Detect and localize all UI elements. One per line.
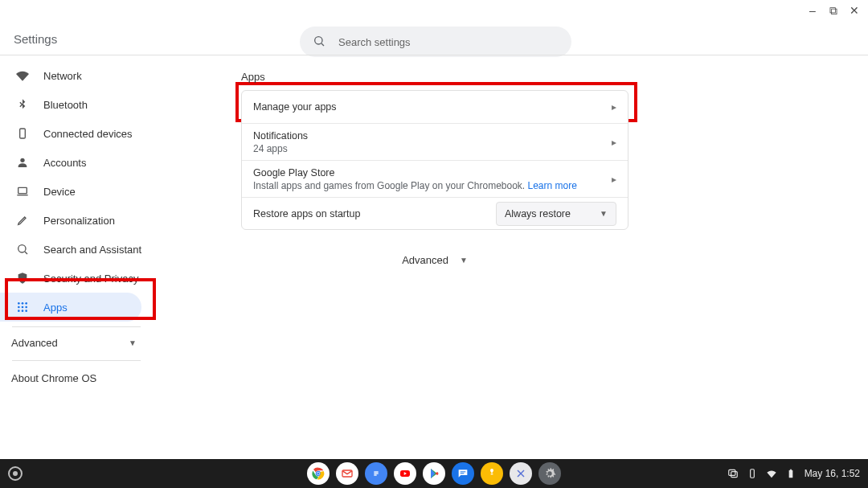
chevron-right-icon: ▸ bbox=[612, 137, 616, 148]
row-title: Manage your apps bbox=[253, 101, 337, 113]
sidebar-item-apps[interactable]: Apps bbox=[0, 293, 141, 322]
wifi-icon bbox=[16, 69, 29, 82]
search-icon bbox=[313, 35, 326, 50]
apps-settings-card: Manage your apps ▸ Notifications 24 apps… bbox=[241, 90, 628, 230]
svg-rect-28 bbox=[461, 473, 465, 474]
app-gmail-icon[interactable] bbox=[336, 462, 358, 485]
sidebar-divider bbox=[12, 326, 141, 327]
svg-rect-25 bbox=[374, 474, 376, 475]
shield-icon bbox=[16, 272, 29, 285]
row-google-play-store[interactable]: Google Play Store Install apps and games… bbox=[242, 160, 628, 197]
restore-apps-dropdown[interactable]: Always restore ▼ bbox=[496, 202, 616, 226]
minimize-button[interactable]: – bbox=[807, 5, 818, 16]
sidebar-item-label: Personalization bbox=[43, 215, 115, 227]
app-messages-icon[interactable] bbox=[452, 462, 474, 485]
search-input[interactable] bbox=[338, 36, 547, 48]
sidebar-item-personalization[interactable]: Personalization bbox=[0, 206, 153, 235]
sidebar-item-device[interactable]: Device bbox=[0, 177, 153, 206]
header-divider bbox=[0, 55, 868, 55]
app-keep-icon[interactable] bbox=[481, 462, 503, 485]
svg-point-8 bbox=[18, 302, 20, 305]
svg-point-14 bbox=[18, 310, 20, 312]
sidebar-item-label: Bluetooth bbox=[43, 99, 88, 111]
svg-point-12 bbox=[22, 306, 24, 309]
svg-point-10 bbox=[25, 302, 27, 305]
app-youtube-icon[interactable] bbox=[394, 462, 416, 485]
page-title: Settings bbox=[14, 32, 57, 46]
sidebar-item-connected-devices[interactable]: Connected devices bbox=[0, 119, 153, 148]
row-title: Google Play Store bbox=[253, 167, 577, 178]
svg-point-0 bbox=[315, 36, 322, 43]
row-subtitle: 24 apps bbox=[253, 143, 308, 154]
row-notifications[interactable]: Notifications 24 apps ▸ bbox=[242, 123, 628, 160]
chevron-right-icon: ▸ bbox=[612, 174, 616, 185]
row-title: Notifications bbox=[253, 130, 308, 141]
app-settings-icon[interactable] bbox=[538, 462, 561, 485]
sidebar-item-network[interactable]: Network bbox=[0, 61, 153, 90]
app-chrome-icon[interactable] bbox=[307, 462, 330, 485]
sidebar-item-label: Search and Assistant bbox=[43, 244, 141, 256]
svg-point-16 bbox=[25, 310, 27, 312]
search-input-wrap[interactable] bbox=[300, 27, 571, 57]
svg-rect-2 bbox=[20, 129, 26, 138]
svg-rect-34 bbox=[750, 470, 754, 478]
apps-grid-icon bbox=[16, 301, 29, 314]
wifi-tray-icon[interactable] bbox=[766, 468, 777, 479]
row-title: Restore apps on startup bbox=[253, 208, 360, 219]
svg-rect-27 bbox=[461, 471, 466, 472]
laptop-icon bbox=[16, 185, 29, 198]
sidebar-item-about[interactable]: About Chrome OS bbox=[0, 364, 153, 391]
chevron-down-icon: ▼ bbox=[600, 209, 608, 218]
svg-rect-23 bbox=[374, 471, 378, 472]
close-button[interactable]: ✕ bbox=[849, 5, 860, 16]
svg-point-11 bbox=[18, 306, 20, 309]
sidebar-item-security-privacy[interactable]: Security and Privacy bbox=[0, 264, 153, 293]
chevron-right-icon: ▸ bbox=[612, 101, 616, 113]
sidebar-item-bluetooth[interactable]: Bluetooth bbox=[0, 90, 153, 119]
sidebar-advanced-toggle[interactable]: Advanced ▼ bbox=[0, 330, 153, 355]
shelf: May 16, 1:52 bbox=[0, 459, 868, 488]
chevron-down-icon: ▼ bbox=[129, 338, 137, 347]
svg-point-3 bbox=[20, 158, 24, 162]
svg-rect-36 bbox=[789, 470, 791, 470]
maximize-button[interactable]: ⧉ bbox=[828, 5, 839, 16]
system-tray[interactable]: May 16, 1:52 bbox=[727, 468, 860, 479]
svg-point-15 bbox=[22, 310, 24, 312]
edit-icon bbox=[16, 214, 29, 227]
row-manage-your-apps[interactable]: Manage your apps ▸ bbox=[242, 91, 628, 123]
svg-rect-33 bbox=[731, 472, 737, 478]
sidebar-divider bbox=[12, 360, 141, 361]
svg-line-1 bbox=[321, 43, 324, 46]
sidebar-item-label: Security and Privacy bbox=[43, 273, 139, 285]
advanced-toggle-label: Advanced bbox=[402, 254, 448, 266]
sidebar-item-accounts[interactable]: Accounts bbox=[0, 148, 153, 177]
advanced-toggle[interactable]: Advanced ▼ bbox=[241, 254, 628, 266]
sidebar: Network Bluetooth Connected devices Acco… bbox=[0, 61, 153, 391]
row-restore-apps: Restore apps on startup Always restore ▼ bbox=[242, 197, 628, 229]
shelf-apps bbox=[307, 462, 561, 485]
svg-point-13 bbox=[25, 306, 27, 309]
person-icon bbox=[16, 156, 29, 169]
overview-icon[interactable] bbox=[727, 468, 739, 479]
svg-point-9 bbox=[22, 302, 24, 305]
phone-hub-icon[interactable] bbox=[747, 468, 758, 479]
battery-icon[interactable] bbox=[785, 468, 796, 479]
sidebar-item-search-assistant[interactable]: Search and Assistant bbox=[0, 235, 153, 264]
svg-line-7 bbox=[25, 252, 27, 254]
app-play-store-icon[interactable] bbox=[423, 462, 445, 485]
learn-more-link[interactable]: Learn more bbox=[528, 180, 577, 191]
svg-rect-29 bbox=[491, 474, 493, 474]
app-docs-icon[interactable] bbox=[365, 462, 387, 485]
svg-point-21 bbox=[317, 472, 319, 474]
sidebar-item-label: Apps bbox=[43, 301, 68, 314]
bluetooth-icon bbox=[16, 98, 29, 111]
search-icon bbox=[16, 243, 29, 256]
svg-rect-24 bbox=[374, 473, 378, 474]
clock-text[interactable]: May 16, 1:52 bbox=[805, 468, 860, 479]
svg-point-6 bbox=[18, 245, 26, 252]
launcher-button[interactable] bbox=[8, 466, 23, 481]
svg-rect-32 bbox=[728, 470, 735, 475]
app-tools-icon[interactable] bbox=[510, 462, 532, 485]
section-title: Apps bbox=[241, 71, 265, 83]
dropdown-selected: Always restore bbox=[505, 208, 571, 219]
